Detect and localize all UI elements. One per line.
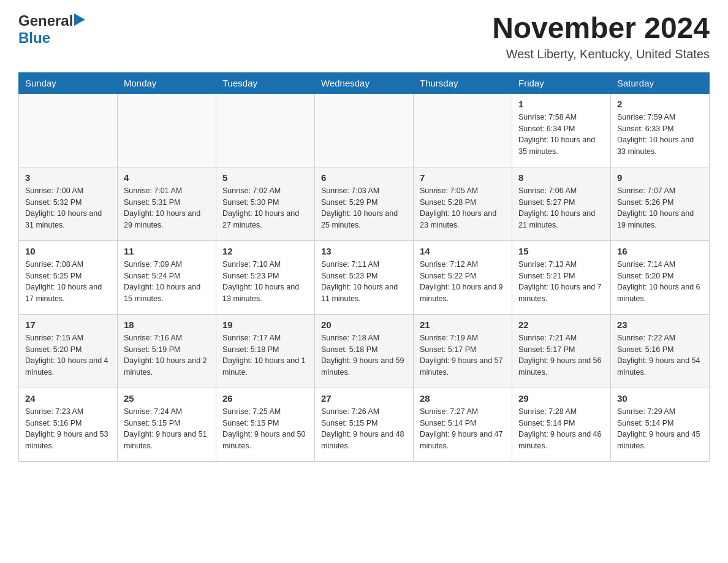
- header-day-friday: Friday: [512, 72, 611, 93]
- logo: General Blue: [18, 12, 85, 47]
- logo-arrow-icon: [74, 13, 85, 28]
- logo-blue-text: Blue: [18, 29, 50, 46]
- day-info: Sunrise: 7:18 AM Sunset: 5:18 PM Dayligh…: [321, 332, 407, 378]
- table-row: [216, 93, 315, 167]
- table-row: 7Sunrise: 7:05 AM Sunset: 5:28 PM Daylig…: [414, 167, 512, 240]
- header-day-wednesday: Wednesday: [315, 72, 414, 93]
- svg-marker-0: [74, 13, 85, 26]
- table-row: 22Sunrise: 7:21 AM Sunset: 5:17 PM Dayli…: [512, 314, 611, 388]
- day-info: Sunrise: 7:22 AM Sunset: 5:16 PM Dayligh…: [617, 332, 703, 378]
- day-info: Sunrise: 7:02 AM Sunset: 5:30 PM Dayligh…: [222, 185, 308, 231]
- page-title: November 2024: [492, 12, 710, 45]
- day-number: 21: [420, 320, 506, 330]
- day-info: Sunrise: 7:26 AM Sunset: 5:15 PM Dayligh…: [321, 406, 407, 452]
- table-row: 14Sunrise: 7:12 AM Sunset: 5:22 PM Dayli…: [414, 240, 512, 314]
- day-number: 27: [321, 393, 407, 404]
- day-info: Sunrise: 7:16 AM Sunset: 5:19 PM Dayligh…: [124, 332, 210, 378]
- day-info: Sunrise: 7:11 AM Sunset: 5:23 PM Dayligh…: [321, 259, 407, 305]
- page-subtitle: West Liberty, Kentucky, United States: [492, 47, 710, 61]
- days-header-row: SundayMondayTuesdayWednesdayThursdayFrid…: [19, 72, 710, 93]
- day-number: 25: [124, 393, 210, 404]
- calendar-week-1: 1Sunrise: 7:58 AM Sunset: 6:34 PM Daylig…: [19, 93, 710, 167]
- day-info: Sunrise: 7:03 AM Sunset: 5:29 PM Dayligh…: [321, 185, 407, 231]
- day-number: 28: [420, 393, 506, 404]
- table-row: [315, 93, 414, 167]
- day-info: Sunrise: 7:21 AM Sunset: 5:17 PM Dayligh…: [518, 332, 604, 378]
- table-row: 24Sunrise: 7:23 AM Sunset: 5:16 PM Dayli…: [19, 388, 118, 461]
- day-info: Sunrise: 7:17 AM Sunset: 5:18 PM Dayligh…: [222, 332, 308, 378]
- day-info: Sunrise: 7:29 AM Sunset: 5:14 PM Dayligh…: [617, 406, 703, 452]
- day-number: 15: [518, 246, 604, 256]
- day-number: 11: [124, 246, 210, 256]
- day-number: 4: [124, 172, 210, 183]
- table-row: 8Sunrise: 7:06 AM Sunset: 5:27 PM Daylig…: [512, 167, 611, 240]
- day-number: 19: [222, 320, 308, 330]
- table-row: 27Sunrise: 7:26 AM Sunset: 5:15 PM Dayli…: [315, 388, 414, 461]
- calendar-week-2: 3Sunrise: 7:00 AM Sunset: 5:32 PM Daylig…: [19, 167, 710, 240]
- day-info: Sunrise: 7:25 AM Sunset: 5:15 PM Dayligh…: [222, 406, 308, 452]
- calendar-week-3: 10Sunrise: 7:08 AM Sunset: 5:25 PM Dayli…: [19, 240, 710, 314]
- day-info: Sunrise: 7:14 AM Sunset: 5:20 PM Dayligh…: [617, 259, 703, 305]
- table-row: 20Sunrise: 7:18 AM Sunset: 5:18 PM Dayli…: [315, 314, 414, 388]
- header-day-sunday: Sunday: [19, 72, 118, 93]
- table-row: 3Sunrise: 7:00 AM Sunset: 5:32 PM Daylig…: [19, 167, 118, 240]
- table-row: [414, 93, 512, 167]
- table-row: 28Sunrise: 7:27 AM Sunset: 5:14 PM Dayli…: [414, 388, 512, 461]
- day-number: 20: [321, 320, 407, 330]
- table-row: 4Sunrise: 7:01 AM Sunset: 5:31 PM Daylig…: [118, 167, 216, 240]
- table-row: 19Sunrise: 7:17 AM Sunset: 5:18 PM Dayli…: [216, 314, 315, 388]
- table-row: 6Sunrise: 7:03 AM Sunset: 5:29 PM Daylig…: [315, 167, 414, 240]
- day-number: 6: [321, 172, 407, 183]
- day-number: 5: [222, 172, 308, 183]
- day-number: 9: [617, 172, 703, 183]
- day-info: Sunrise: 7:00 AM Sunset: 5:32 PM Dayligh…: [25, 185, 111, 231]
- page-header: General Blue November 2024 West Liberty,…: [18, 12, 710, 61]
- day-number: 10: [25, 246, 111, 256]
- table-row: 17Sunrise: 7:15 AM Sunset: 5:20 PM Dayli…: [19, 314, 118, 388]
- table-row: 15Sunrise: 7:13 AM Sunset: 5:21 PM Dayli…: [512, 240, 611, 314]
- table-row: 25Sunrise: 7:24 AM Sunset: 5:15 PM Dayli…: [118, 388, 216, 461]
- day-number: 7: [420, 172, 506, 183]
- day-info: Sunrise: 7:13 AM Sunset: 5:21 PM Dayligh…: [518, 259, 604, 305]
- day-info: Sunrise: 7:06 AM Sunset: 5:27 PM Dayligh…: [518, 185, 604, 231]
- day-info: Sunrise: 7:19 AM Sunset: 5:17 PM Dayligh…: [420, 332, 506, 378]
- day-info: Sunrise: 7:05 AM Sunset: 5:28 PM Dayligh…: [420, 185, 506, 231]
- table-row: 18Sunrise: 7:16 AM Sunset: 5:19 PM Dayli…: [118, 314, 216, 388]
- day-number: 1: [518, 99, 604, 109]
- calendar-body: 1Sunrise: 7:58 AM Sunset: 6:34 PM Daylig…: [19, 93, 710, 461]
- day-info: Sunrise: 7:01 AM Sunset: 5:31 PM Dayligh…: [124, 185, 210, 231]
- day-info: Sunrise: 7:10 AM Sunset: 5:23 PM Dayligh…: [222, 259, 308, 305]
- day-number: 26: [222, 393, 308, 404]
- table-row: 29Sunrise: 7:28 AM Sunset: 5:14 PM Dayli…: [512, 388, 611, 461]
- day-number: 12: [222, 246, 308, 256]
- table-row: 23Sunrise: 7:22 AM Sunset: 5:16 PM Dayli…: [611, 314, 710, 388]
- table-row: 1Sunrise: 7:58 AM Sunset: 6:34 PM Daylig…: [512, 93, 611, 167]
- table-row: 9Sunrise: 7:07 AM Sunset: 5:26 PM Daylig…: [611, 167, 710, 240]
- day-number: 14: [420, 246, 506, 256]
- day-number: 8: [518, 172, 604, 183]
- table-row: 2Sunrise: 7:59 AM Sunset: 6:33 PM Daylig…: [611, 93, 710, 167]
- day-info: Sunrise: 7:12 AM Sunset: 5:22 PM Dayligh…: [420, 259, 506, 305]
- calendar-table: SundayMondayTuesdayWednesdayThursdayFrid…: [18, 72, 710, 462]
- day-info: Sunrise: 7:27 AM Sunset: 5:14 PM Dayligh…: [420, 406, 506, 452]
- title-block: November 2024 West Liberty, Kentucky, Un…: [492, 12, 710, 61]
- day-info: Sunrise: 7:28 AM Sunset: 5:14 PM Dayligh…: [518, 406, 604, 452]
- table-row: [19, 93, 118, 167]
- day-info: Sunrise: 7:15 AM Sunset: 5:20 PM Dayligh…: [25, 332, 111, 378]
- day-info: Sunrise: 7:23 AM Sunset: 5:16 PM Dayligh…: [25, 406, 111, 452]
- day-info: Sunrise: 7:07 AM Sunset: 5:26 PM Dayligh…: [617, 185, 703, 231]
- day-number: 22: [518, 320, 604, 330]
- day-number: 16: [617, 246, 703, 256]
- table-row: 5Sunrise: 7:02 AM Sunset: 5:30 PM Daylig…: [216, 167, 315, 240]
- logo-general-text: General: [18, 12, 73, 29]
- day-number: 29: [518, 393, 604, 404]
- header-day-saturday: Saturday: [611, 72, 710, 93]
- day-number: 13: [321, 246, 407, 256]
- header-day-thursday: Thursday: [414, 72, 512, 93]
- day-info: Sunrise: 7:59 AM Sunset: 6:33 PM Dayligh…: [617, 112, 703, 158]
- calendar-week-4: 17Sunrise: 7:15 AM Sunset: 5:20 PM Dayli…: [19, 314, 710, 388]
- table-row: 13Sunrise: 7:11 AM Sunset: 5:23 PM Dayli…: [315, 240, 414, 314]
- table-row: [118, 93, 216, 167]
- day-info: Sunrise: 7:08 AM Sunset: 5:25 PM Dayligh…: [25, 259, 111, 305]
- day-info: Sunrise: 7:58 AM Sunset: 6:34 PM Dayligh…: [518, 112, 604, 158]
